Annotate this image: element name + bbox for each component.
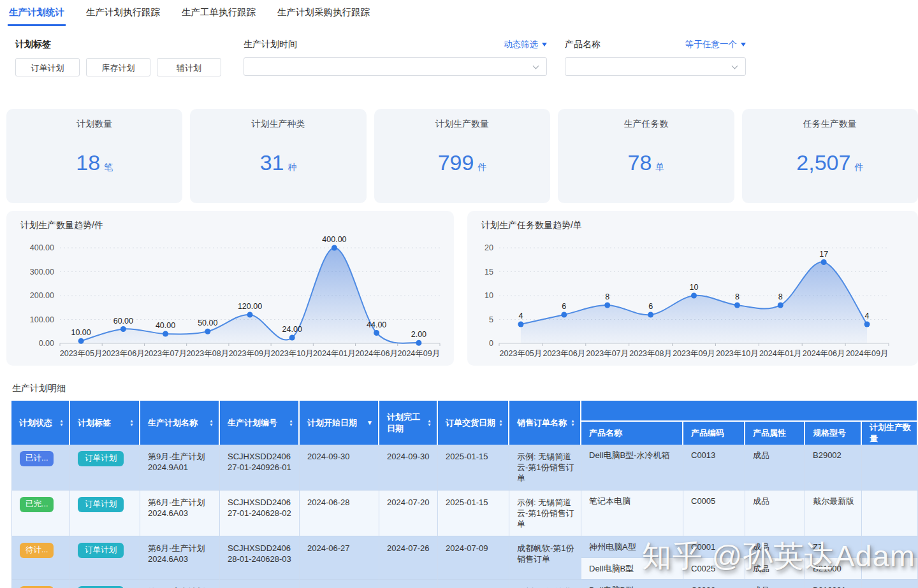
column-header-1[interactable]: 计划标签▲▼ — [70, 401, 140, 445]
table-section-title: 生产计划明细 — [12, 383, 918, 394]
x-axis-label: 2024年06月 — [803, 349, 845, 358]
dynamic-filter-dropdown[interactable]: 动态筛选 — [504, 39, 547, 50]
column-header-label: 计划状态 — [19, 417, 52, 429]
sales-order-cell: 示例: 无锡简道云-第1份销售订单 — [509, 445, 581, 491]
data-point — [604, 303, 610, 308]
data-point — [247, 312, 253, 318]
delivery-date-cell: 2025-01-15 — [438, 580, 509, 588]
product-attr-cell: 成品 — [745, 491, 805, 536]
product-column-header-0[interactable]: 产品名称 — [581, 422, 683, 445]
plan-tag-button-1[interactable]: 库存计划 — [86, 58, 150, 76]
sort-desc-icon[interactable]: ▼ — [367, 419, 373, 426]
column-header-7[interactable]: 销售订单名称▲▼ — [509, 401, 581, 445]
caret-down-icon — [741, 43, 746, 47]
x-axis-label: 2023年07月 — [144, 349, 187, 358]
product-attr-cell: 成品 — [745, 558, 805, 580]
y-axis-label: 200.00 — [30, 291, 54, 300]
x-axis-label: 2023年10月 — [716, 349, 759, 358]
stat-card-unit: 种 — [288, 162, 297, 172]
x-axis-label: 2024年09月 — [846, 349, 889, 358]
y-axis-label: 0.00 — [39, 339, 54, 348]
data-point — [163, 331, 168, 337]
plan-time-select[interactable] — [244, 57, 547, 76]
sort-icon[interactable]: ▲▼ — [209, 419, 214, 427]
status-cell: 已完... — [11, 491, 70, 536]
column-header-label: 销售订单名称 — [517, 417, 567, 429]
data-point — [78, 338, 84, 344]
column-header-2[interactable]: 生产计划名称▲▼ — [140, 401, 220, 445]
stat-card-number: 18 — [76, 150, 100, 175]
tag-cell: 订单计划 — [70, 536, 140, 580]
x-axis-label: 2023年05月 — [60, 349, 103, 358]
product-name-cell: Dell电脑B型-水冷机箱 — [581, 445, 683, 491]
data-point — [289, 335, 295, 341]
table-row: 待计...订单计划第6月-生产计划 2024.6A03SCJHXSDD24062… — [11, 536, 918, 558]
table-row: 已完...订单计划第6月-生产计划 2024.6A03SCJHXSDD24062… — [11, 491, 918, 536]
product-column-header-1[interactable]: 产品编码 — [683, 422, 745, 445]
data-point — [205, 329, 210, 334]
product-code-cell: C0002 — [683, 580, 745, 588]
x-axis-label: 2023年07月 — [586, 349, 629, 358]
column-header-6[interactable]: 订单交货日期▲▼ — [438, 401, 509, 445]
plan-tag-button-0[interactable]: 订单计划 — [15, 58, 80, 76]
sort-icon[interactable]: ▲▼ — [289, 419, 293, 427]
status-badge: 已完... — [20, 497, 54, 512]
product-name-cell: 神州电脑A型 — [581, 536, 683, 558]
product-column-header-3[interactable]: 规格型号 — [805, 422, 862, 445]
product-spec-cell: 戴尔最新版 — [805, 491, 862, 536]
sort-icon[interactable]: ▲▼ — [129, 419, 134, 427]
product-name-select[interactable] — [565, 57, 746, 76]
stat-card-number: 78 — [628, 150, 652, 175]
tab-0[interactable]: 生产计划统计 — [8, 6, 66, 26]
product-attr-cell: 成品 — [745, 445, 805, 491]
sort-icon[interactable]: ▲▼ — [571, 419, 575, 427]
task-trend-chart-card: 计划生产任务数量趋势/单 051015202023年05月2023年06月202… — [467, 211, 918, 366]
column-header-5[interactable]: 计划完工日期▲▼ — [379, 401, 438, 445]
data-point — [561, 312, 567, 318]
plan-code-cell: SCJHXSDD240627-01-240628-02 — [220, 491, 300, 536]
product-name-label: 产品名称 — [565, 39, 601, 50]
caret-down-icon — [542, 43, 547, 47]
tag-cell: 订单计划 — [70, 491, 140, 536]
sort-icon[interactable]: ▲▼ — [427, 419, 432, 427]
quantity-trend-chart-card: 计划生产数量趋势/件 0.00100.00200.00300.00400.002… — [6, 211, 454, 366]
finish-date-cell: 2024-07-26 — [379, 580, 438, 588]
column-header-4[interactable]: 计划开始日期▼ — [300, 401, 379, 445]
y-axis-label: 15 — [484, 268, 493, 276]
tab-3[interactable]: 生产计划采购执行跟踪 — [276, 6, 371, 26]
sort-icon[interactable]: ▲▼ — [499, 419, 503, 427]
status-cell: 待计... — [11, 536, 70, 580]
dynamic-filter-label: 动态筛选 — [504, 39, 538, 50]
match-mode-dropdown[interactable]: 等于任意一个 — [685, 39, 746, 50]
data-point-label: 24.00 — [282, 325, 302, 334]
data-point — [518, 322, 523, 327]
data-point — [864, 322, 870, 327]
data-point-label: 44.00 — [367, 320, 386, 329]
column-header-0[interactable]: 计划状态▲▼ — [11, 401, 70, 445]
tab-1[interactable]: 生产计划执行跟踪 — [85, 6, 161, 26]
stat-card-number: 31 — [260, 150, 284, 175]
column-header-3[interactable]: 生产计划编号▲▼ — [220, 401, 300, 445]
tab-2[interactable]: 生产工单执行跟踪 — [180, 6, 257, 26]
stat-card-number: 2,507 — [796, 150, 850, 175]
data-point — [416, 340, 421, 346]
plan-time-label: 生产计划时间 — [244, 39, 297, 50]
column-header-label: 生产计划编号 — [228, 417, 277, 429]
table-row: 已计...订单计划第9月-生产计划 2024.9A01SCJHXSDD24062… — [11, 445, 918, 491]
data-point-label: 2.00 — [411, 330, 426, 339]
delivery-date-cell: 2025-01-15 — [438, 491, 509, 536]
start-date-cell: 2024-06-26 — [300, 580, 379, 588]
product-column-header-2[interactable]: 产品属性 — [745, 422, 805, 445]
tag-badge: 订单计划 — [78, 497, 124, 512]
sort-icon[interactable]: ▲▼ — [59, 419, 64, 427]
plan-tag-button-2[interactable]: 辅计划 — [157, 58, 221, 76]
data-point — [374, 330, 379, 336]
status-badge: 已计... — [20, 451, 54, 466]
product-code-cell: C0001 — [683, 536, 745, 558]
plan-name-cell: 第6月-生产计划 2024.6A03 — [140, 536, 220, 580]
data-point-label: 8 — [778, 292, 783, 301]
production-plan-table: 计划状态▲▼计划标签▲▼生产计划名称▲▼生产计划编号▲▼计划开始日期▼计划完工日… — [11, 401, 918, 588]
product-spec-cell: Z7 — [805, 536, 862, 558]
product-column-header-4[interactable]: 计划生产数量 — [862, 422, 918, 445]
product-name-cell: Dell电脑B型 — [581, 558, 683, 580]
